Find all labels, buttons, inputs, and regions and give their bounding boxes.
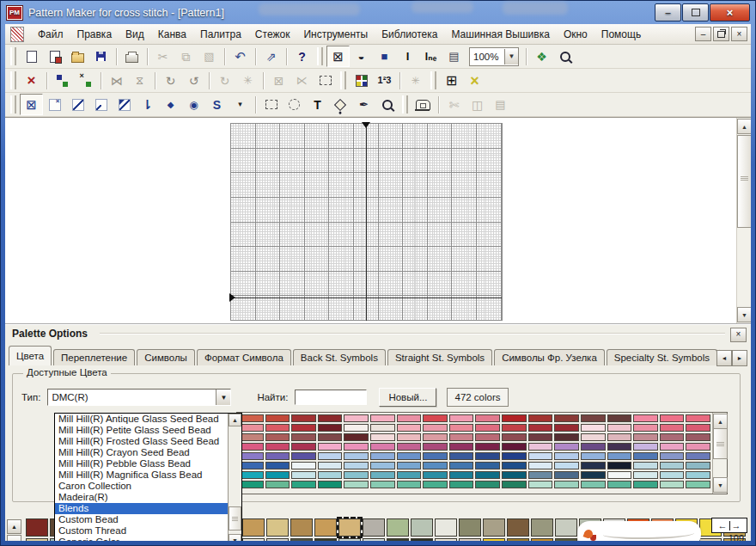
color-swatch[interactable] <box>528 462 553 469</box>
color-swatch[interactable] <box>318 443 343 451</box>
color-swatch[interactable] <box>528 443 553 451</box>
menu-item-канва[interactable]: Канва <box>151 26 193 43</box>
palette-swatch[interactable] <box>459 518 481 537</box>
toolbar-grip[interactable] <box>402 95 408 113</box>
palette-swatch[interactable] <box>26 518 48 537</box>
color-swatch[interactable] <box>423 424 448 432</box>
color-swatch[interactable] <box>554 424 579 432</box>
toolbar-grip[interactable] <box>10 95 16 113</box>
full-stitch-icon[interactable]: ⊠ <box>20 94 43 115</box>
dropdown-item[interactable]: Custom Bead <box>55 514 241 525</box>
color-swatch[interactable] <box>397 462 422 469</box>
pattern-canvas[interactable]: ▲ ▼ <box>5 117 751 323</box>
color-swatch[interactable] <box>318 424 343 432</box>
dropdown-item[interactable]: Mill Hill(R) Crayon Seed Bead <box>55 447 241 458</box>
color-swatch[interactable] <box>528 481 553 488</box>
palette-swatch[interactable] <box>266 538 289 541</box>
color-swatch[interactable] <box>397 471 422 479</box>
panel-close-button[interactable]: × <box>730 328 747 342</box>
palette-swatch[interactable] <box>363 538 385 541</box>
color-swatch[interactable] <box>291 424 316 432</box>
scroll-up-icon[interactable]: ▲ <box>737 119 751 134</box>
french-knot-icon[interactable]: ◉ <box>182 94 205 115</box>
palette-swatch[interactable] <box>26 538 48 541</box>
dropdown-item[interactable]: Madeira(R) <box>55 492 241 503</box>
mdi-restore-button[interactable] <box>713 27 729 41</box>
color-swatch[interactable] <box>397 481 422 488</box>
color-swatch[interactable] <box>660 471 685 479</box>
palette-swatch[interactable] <box>242 518 265 537</box>
color-swatch[interactable] <box>239 452 264 460</box>
color-swatch[interactable] <box>265 452 290 460</box>
fill-tool-icon[interactable] <box>329 94 352 115</box>
color-swatch[interactable] <box>502 481 527 488</box>
color-swatch[interactable] <box>423 443 448 451</box>
color-swatch[interactable] <box>554 433 579 441</box>
color-swatch[interactable] <box>265 471 290 479</box>
color-swatch[interactable] <box>291 414 316 422</box>
machine-embroidery-icon[interactable] <box>412 94 435 115</box>
mdi-minimize-button[interactable]: – <box>695 27 711 41</box>
color-swatch[interactable] <box>633 481 658 488</box>
tab-specialty-st-symbols[interactable]: Specialty St. Symbols <box>607 349 717 365</box>
view-half-view-icon[interactable]: ◒ <box>350 46 373 67</box>
special-stitch-icon[interactable]: S <box>205 94 229 115</box>
toolbar-grip[interactable] <box>317 47 323 65</box>
color-swatch[interactable] <box>239 462 264 469</box>
color-swatch[interactable] <box>581 414 606 422</box>
new-wizard-icon[interactable] <box>43 46 66 67</box>
palette-swatch[interactable] <box>314 518 337 537</box>
color-swatch[interactable] <box>607 443 632 451</box>
new-icon[interactable] <box>20 46 43 67</box>
color-swatch[interactable] <box>633 414 658 422</box>
color-swatch[interactable] <box>239 471 264 479</box>
color-swatch[interactable] <box>449 424 474 432</box>
mdi-close-button[interactable]: × <box>731 27 747 41</box>
color-swatch[interactable] <box>344 414 369 422</box>
palette-swatch[interactable] <box>531 518 553 537</box>
tab-цвета[interactable]: Цвета <box>9 346 52 365</box>
toolbar-grip[interactable] <box>10 47 16 65</box>
palette-swatch[interactable] <box>411 538 433 541</box>
quarter-stitch-icon[interactable] <box>89 94 113 115</box>
color-swatch[interactable] <box>528 414 553 422</box>
color-swatch[interactable] <box>318 452 343 460</box>
color-swatch[interactable] <box>502 471 527 479</box>
view-symbols-ne-icon[interactable]: Iₙₑ <box>419 46 442 67</box>
color-swatch[interactable] <box>423 481 448 488</box>
color-swatch[interactable] <box>660 452 685 460</box>
color-swatch[interactable] <box>660 443 685 451</box>
color-swatch[interactable] <box>265 414 290 422</box>
menu-item-окно[interactable]: Окно <box>557 26 594 43</box>
scroll-thumb[interactable] <box>737 135 751 228</box>
find-input[interactable] <box>295 390 367 405</box>
color-swatch[interactable] <box>291 433 316 441</box>
scroll-down-icon[interactable]: ▼ <box>713 477 728 493</box>
color-swatch[interactable] <box>607 452 632 460</box>
palette-scroll-down-icon[interactable]: ▼ <box>7 535 21 541</box>
scroll-thumb[interactable] <box>713 428 728 459</box>
pattern-repeat-icon[interactable]: ✳ <box>236 70 259 91</box>
color-swatch[interactable] <box>528 471 553 479</box>
color-swatch[interactable] <box>265 462 290 469</box>
color-swatch[interactable] <box>502 433 527 441</box>
palette-swatch[interactable] <box>531 538 553 541</box>
tab-символы[interactable]: Символы <box>137 349 195 365</box>
color-swatch[interactable] <box>660 462 685 469</box>
color-swatch[interactable] <box>554 462 579 469</box>
export-icon[interactable]: ⇗ <box>259 46 283 67</box>
color-swatch[interactable] <box>633 433 658 441</box>
color-swatch[interactable] <box>475 452 500 460</box>
menu-item-файл[interactable]: Файл <box>31 26 70 43</box>
special-stitch-dropdown-icon[interactable]: ▾ <box>229 94 252 115</box>
color-swatch[interactable] <box>344 452 369 460</box>
color-swatch[interactable] <box>318 433 343 441</box>
partial-delete-icon[interactable]: ⋉ <box>290 70 314 91</box>
scroll-thumb[interactable] <box>229 506 241 531</box>
color-swatch[interactable] <box>607 433 632 441</box>
menu-item-машинная-вышивка[interactable]: Машинная Вышивка <box>444 26 556 43</box>
toolbar-grip[interactable] <box>340 71 346 89</box>
color-swatch[interactable] <box>344 471 369 479</box>
color-type-combobox[interactable]: DMC(R) ▼ <box>47 389 231 406</box>
document-icon[interactable] <box>10 27 24 42</box>
